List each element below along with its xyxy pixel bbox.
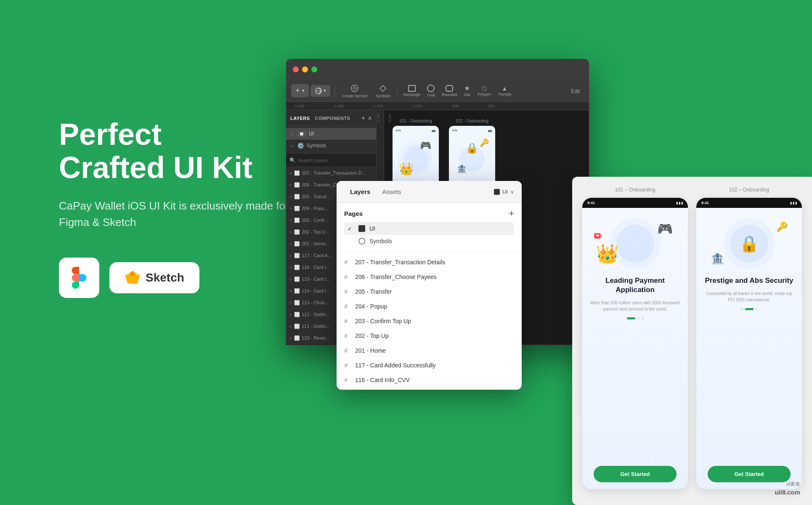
- triangle-tool[interactable]: ▲ Triangle: [495, 84, 514, 98]
- figma-layer-item[interactable]: # 116 - Card Info_CVV: [337, 372, 522, 387]
- main-title: Perfect Crafted UI Kit: [59, 118, 295, 184]
- edit-label: Edit: [571, 88, 580, 94]
- figma-badge[interactable]: [59, 258, 99, 298]
- data-icon: [315, 87, 322, 95]
- symbols-page-icon: [358, 238, 365, 245]
- layer-label-2: 205 - Transfer: [355, 288, 392, 295]
- sketch-badge[interactable]: Sketch: [109, 262, 199, 293]
- layer-label-3: 204 - Popup: [355, 303, 387, 310]
- data-button[interactable]: ▾: [310, 85, 330, 97]
- pages-title: Pages: [344, 210, 363, 217]
- layer-label-4: 203 - Confirm Top Up: [355, 318, 411, 324]
- figma-layer-item[interactable]: # 117 - Card Added Successfully: [337, 358, 522, 372]
- card-1-desc: More than 100 million users with 2000 th…: [589, 300, 681, 312]
- insert-button[interactable]: + ▾: [291, 84, 309, 97]
- assets-tab-figma[interactable]: Assets: [376, 186, 407, 198]
- symbols-layer-label: Symbols: [307, 143, 326, 149]
- sketch-icon: [125, 270, 141, 286]
- artboard-label-1: 101 – Onboarding: [582, 187, 688, 193]
- card-1-title: Leading Payment Application: [589, 276, 681, 295]
- symbols-page-item[interactable]: Symbols: [344, 235, 514, 247]
- card-1-dots: [627, 317, 644, 319]
- oval-tool[interactable]: Oval: [425, 83, 438, 98]
- collapse-btn[interactable]: ∧: [368, 114, 372, 122]
- ui-layer-label: UI: [309, 131, 314, 137]
- badges-row: Sketch: [59, 258, 295, 298]
- artboard-label-2: 102 – Onboarding: [696, 187, 802, 193]
- figma-layer-item[interactable]: # 207 - Transfer_Transaction Details: [337, 255, 522, 269]
- create-symbol-label: Create Symbol: [342, 94, 368, 98]
- pages-section: Pages + ✓ UI Symbols: [337, 203, 522, 252]
- minimize-button[interactable]: [302, 66, 308, 72]
- components-tab[interactable]: COMPONENTS: [315, 116, 350, 121]
- edit-tool[interactable]: Edit: [567, 86, 584, 96]
- title-line2: Crafted UI Kit: [59, 151, 252, 184]
- figma-layer-item[interactable]: # 204 - Popup: [337, 299, 522, 314]
- get-started-btn-1[interactable]: Get Started: [594, 466, 677, 482]
- pages-header: Pages +: [344, 209, 514, 218]
- top-ruler: -1,600-1,400-1,200-1,000-800-600: [286, 102, 589, 110]
- rectangle-label: Rectangle: [403, 93, 421, 97]
- rectangle-tool[interactable]: Rectangle: [401, 84, 423, 98]
- subtitle: CaPay Wallet iOS UI Kit is exclusively m…: [59, 198, 295, 231]
- ui-layer[interactable]: ▷ 🔲 UI: [286, 128, 376, 140]
- title-line1: Perfect: [59, 117, 162, 151]
- phone-card-1: 9:41 ▮ ▮ ▮ 👑 🎮 ❤ Leading Payment Applica…: [582, 198, 688, 489]
- figma-layer-item[interactable]: # 201 - Home: [337, 343, 522, 358]
- figma-layer-item[interactable]: # 203 - Confirm Top Up: [337, 314, 522, 328]
- star-tool[interactable]: ★ Star: [461, 84, 473, 98]
- layer-label-8: 116 - Card Info_CVV: [355, 377, 410, 383]
- figma-layer-item[interactable]: # 202 - Top Up: [337, 328, 522, 343]
- page-selector[interactable]: UI ∨: [494, 189, 514, 195]
- ui-page-item[interactable]: ✓ UI: [344, 222, 514, 235]
- symbols-tool[interactable]: Symbols: [372, 82, 394, 99]
- screenshot-inner: 101 – Onboarding 102 – Onboarding 9:41 ▮…: [572, 177, 812, 505]
- layer-item[interactable]: ▷ ⬜ 207 - Transfer_Transaction D...: [286, 167, 376, 179]
- search-bar: 🔍 Search Layers: [286, 154, 376, 167]
- symbols-label: Symbols: [376, 94, 390, 98]
- get-started-btn-2[interactable]: Get Started: [708, 466, 791, 482]
- artboard-2-label: 102 - Onboarding: [456, 119, 488, 123]
- polygon-tool[interactable]: ⬠ Polygon: [475, 84, 494, 98]
- layers-tab[interactable]: LAYERS: [290, 116, 310, 121]
- rounded-tool[interactable]: Rounded: [439, 84, 460, 98]
- layer-label-1: 206 - Transfer_Choose Payees: [355, 274, 437, 280]
- ui-page-icon: [358, 225, 365, 232]
- figma-layer-item[interactable]: # 206 - Transfer_Choose Payees: [337, 269, 522, 284]
- add-layer-btn[interactable]: +: [361, 114, 365, 122]
- figma-icon: [68, 267, 90, 289]
- star-label: Star: [464, 93, 471, 97]
- figma-panel: Layers Assets UI ∨ Pages + ✓ UI Symbols: [337, 181, 522, 390]
- ui-page-label: UI: [369, 225, 375, 232]
- page-icon: [494, 189, 500, 195]
- artboard-1-label: 101 - Onboarding: [399, 119, 432, 123]
- figma-panel-header: Layers Assets UI ∨: [337, 181, 522, 203]
- svg-point-9: [351, 85, 358, 92]
- symbols-layer[interactable]: ▷ ⚙️ Symbols: [286, 140, 376, 152]
- symbols-icon: [378, 84, 387, 93]
- close-button[interactable]: [293, 66, 299, 72]
- create-symbol-icon: [350, 84, 359, 93]
- watermark-line1: ui素食: [786, 481, 800, 488]
- sketch-label: Sketch: [146, 271, 184, 284]
- toolbar: + ▾ ▾ Create Symbol Symbols Rectangle: [286, 80, 589, 102]
- phone-cards-row: 9:41 ▮ ▮ ▮ 👑 🎮 ❤ Leading Payment Applica…: [582, 198, 802, 489]
- symbols-page-label: Symbols: [369, 238, 392, 245]
- left-content: Perfect Crafted UI Kit CaPay Wallet iOS …: [59, 118, 295, 298]
- maximize-button[interactable]: [311, 66, 317, 72]
- card-2-dots: [741, 308, 758, 310]
- layer-label-6: 201 - Home: [355, 347, 386, 354]
- layers-tab-figma[interactable]: Layers: [344, 186, 376, 198]
- title-bar: [286, 59, 589, 80]
- artboard-labels-row: 101 – Onboarding 102 – Onboarding: [582, 187, 802, 193]
- create-symbol-tool[interactable]: Create Symbol: [339, 82, 371, 99]
- page-indicator-label: UI: [502, 189, 508, 195]
- figma-layer-item[interactable]: # 205 - Transfer: [337, 284, 522, 299]
- figma-layers-list: # 207 - Transfer_Transaction Details # 2…: [337, 252, 522, 390]
- phone-card-2: 9:41 ▮ ▮ ▮ 🔒 🏦 🔑 Prestige and Abs Securi…: [696, 198, 802, 489]
- add-page-btn[interactable]: +: [509, 209, 514, 218]
- layer-label-5: 202 - Top Up: [355, 332, 389, 339]
- card-2-title: Prestige and Abs Security: [705, 276, 793, 285]
- search-placeholder: Search Layers: [298, 158, 328, 163]
- layers-header: LAYERS COMPONENTS + ∧: [286, 110, 376, 126]
